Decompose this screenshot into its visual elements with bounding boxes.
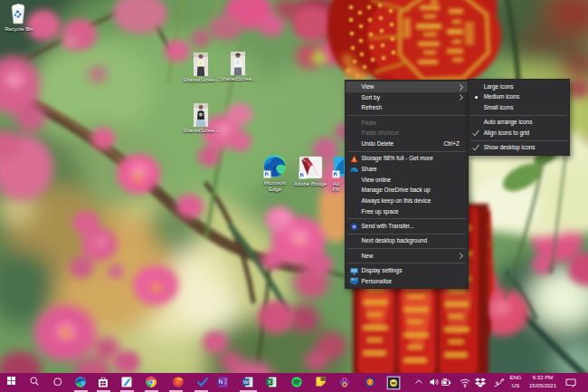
svg-text:N: N xyxy=(219,378,223,385)
svg-text:W: W xyxy=(242,378,248,385)
svg-text:X: X xyxy=(268,378,271,385)
